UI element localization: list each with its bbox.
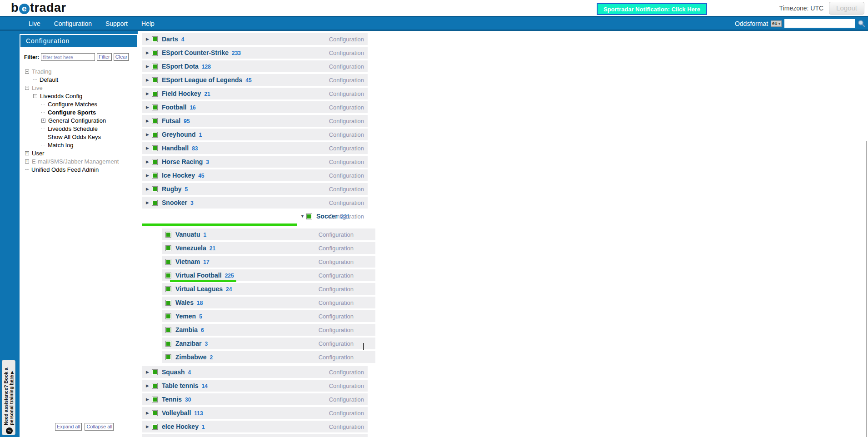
search-icon[interactable] <box>858 20 865 27</box>
nav-item-configuration[interactable]: Configuration <box>54 20 92 27</box>
country-name-link[interactable]: Zambia <box>175 326 198 333</box>
enabled-checkbox-icon[interactable] <box>152 186 158 192</box>
tree-item-label[interactable]: Trading <box>32 68 52 75</box>
sport-name-link[interactable]: ESport League of Legends <box>162 76 242 84</box>
configuration-link[interactable]: Configuration <box>319 340 354 347</box>
configuration-link[interactable]: Configuration <box>329 159 364 165</box>
configuration-link[interactable]: Configuration <box>319 245 354 252</box>
country-name-link[interactable]: Vietnam <box>175 258 200 265</box>
country-name-link[interactable]: Yemen <box>175 313 196 320</box>
sport-name-link[interactable]: Greyhound <box>162 131 196 138</box>
country-name-link[interactable]: Virtual Football <box>175 272 222 279</box>
sport-name-link[interactable]: Field Hockey <box>162 90 201 97</box>
configuration-link[interactable]: Configuration <box>319 313 354 320</box>
enabled-checkbox-icon[interactable] <box>165 354 171 360</box>
enabled-checkbox-icon[interactable] <box>152 118 158 124</box>
nav-item-help[interactable]: Help <box>141 20 155 27</box>
enabled-checkbox-icon[interactable] <box>152 383 158 389</box>
oddsformat-select[interactable]: eu ▾ <box>771 20 782 27</box>
configuration-link[interactable]: Configuration <box>329 172 364 179</box>
collapse-all-button[interactable]: Collapse all <box>85 423 114 431</box>
list-scrollbar-thumb[interactable] <box>363 343 364 350</box>
tree-item-label[interactable]: E-mail/SMS/Jabber Management <box>32 158 119 165</box>
expand-caret-icon[interactable]: ▶ <box>146 132 152 137</box>
tree-item-label[interactable]: Show All Odds Keys <box>48 134 101 140</box>
enabled-checkbox-icon[interactable] <box>152 50 158 56</box>
expand-caret-icon[interactable]: ▶ <box>146 78 152 82</box>
tree-item-configure-matches[interactable]: Configure Matches <box>24 100 134 108</box>
configuration-link[interactable]: Configuration <box>319 299 354 306</box>
expand-caret-icon[interactable]: ▶ <box>146 424 152 429</box>
tree-item-match-log[interactable]: Match log <box>24 141 134 149</box>
expand-caret-icon[interactable]: ▶ <box>146 187 152 191</box>
configuration-link[interactable]: Configuration <box>329 50 364 56</box>
tree-item-label[interactable]: Liveodds Schedule <box>48 125 98 132</box>
tree-item-liveodds-schedule[interactable]: Liveodds Schedule <box>24 124 134 133</box>
betradar-logo[interactable]: betradar <box>11 1 66 15</box>
tree-item-live[interactable]: −Live <box>24 84 134 92</box>
nav-item-live[interactable]: Live <box>29 20 40 27</box>
configuration-link[interactable]: Configuration <box>329 410 364 417</box>
sport-name-link[interactable]: Ice Hockey <box>162 172 195 179</box>
tree-item-liveodds-config[interactable]: −Liveodds Config <box>24 92 134 100</box>
enabled-checkbox-icon[interactable] <box>152 424 158 430</box>
configuration-link[interactable]: Configuration <box>329 396 364 403</box>
tree-item-configure-sports[interactable]: Configure Sports <box>24 108 134 116</box>
tree-item-label[interactable]: Configure Matches <box>48 101 97 108</box>
configuration-link[interactable]: Configuration <box>319 272 354 279</box>
sport-name-link[interactable]: Tennis <box>162 396 182 403</box>
configuration-link[interactable]: Configuration <box>319 231 354 238</box>
collapse-caret-icon[interactable]: ▼ <box>300 214 306 218</box>
sport-name-link[interactable]: Volleyball <box>162 409 191 417</box>
tree-item-trading[interactable]: −Trading <box>24 67 134 75</box>
sport-name-link[interactable]: Darts <box>162 35 178 43</box>
sport-name-link[interactable]: Handball <box>162 144 189 152</box>
configuration-link[interactable]: Configuration <box>319 327 354 333</box>
configuration-link[interactable]: Configuration <box>329 104 364 111</box>
sport-name-link[interactable]: Rugby <box>162 185 182 193</box>
enabled-checkbox-icon[interactable] <box>152 159 158 165</box>
enabled-checkbox-icon[interactable] <box>165 300 171 306</box>
tree-item-label[interactable]: Match log <box>48 142 73 149</box>
enabled-checkbox-icon[interactable] <box>152 410 158 416</box>
tree-item-label[interactable]: Default <box>40 76 58 83</box>
enabled-checkbox-icon[interactable] <box>306 214 312 219</box>
assistance-tab[interactable]: i Need assistance? Book a personal train… <box>2 360 15 435</box>
configuration-link[interactable]: Configuration <box>329 199 364 206</box>
tree-item-user[interactable]: +User <box>24 149 134 157</box>
enabled-checkbox-icon[interactable] <box>165 286 171 292</box>
country-name-link[interactable]: Virtual Leagues <box>175 285 223 293</box>
tree-item-label[interactable]: General Configuration <box>48 117 106 124</box>
enabled-checkbox-icon[interactable] <box>165 232 171 238</box>
sport-name-link[interactable]: Table tennis <box>162 382 199 389</box>
enabled-checkbox-icon[interactable] <box>152 91 158 97</box>
enabled-checkbox-icon[interactable] <box>152 173 158 179</box>
sport-name-link[interactable]: ESport Dota <box>162 63 199 70</box>
expand-all-button[interactable]: Expand all <box>55 423 82 431</box>
enabled-checkbox-icon[interactable] <box>152 145 158 151</box>
country-name-link[interactable]: Wales <box>175 299 194 306</box>
enabled-checkbox-icon[interactable] <box>165 327 171 333</box>
tree-item-label[interactable]: Configure Sports <box>48 109 96 116</box>
enabled-checkbox-icon[interactable] <box>152 200 158 206</box>
tree-item-unified-odds-feed-admin[interactable]: Unified Odds Feed Admin <box>24 165 134 174</box>
configuration-link[interactable]: Configuration <box>319 286 354 293</box>
configuration-link[interactable]: Configuration <box>329 423 364 430</box>
configuration-link[interactable]: Configuration <box>329 382 364 389</box>
search-input[interactable] <box>784 19 855 28</box>
expand-toggle-icon[interactable]: + <box>25 151 29 155</box>
configuration-link[interactable]: Configuration <box>329 131 364 138</box>
tree-item-label[interactable]: Unified Odds Feed Admin <box>31 166 99 173</box>
filter-button[interactable]: Filter <box>97 53 111 61</box>
enabled-checkbox-icon[interactable] <box>165 273 171 278</box>
enabled-checkbox-icon[interactable] <box>152 36 158 42</box>
enabled-checkbox-icon[interactable] <box>165 313 171 319</box>
enabled-checkbox-icon[interactable] <box>152 64 158 70</box>
info-icon[interactable]: i <box>6 427 13 434</box>
configuration-link[interactable]: Configuration <box>329 36 364 43</box>
expand-toggle-icon[interactable]: + <box>25 159 29 164</box>
sport-name-link[interactable]: Horse Racing <box>162 158 203 165</box>
collapse-toggle-icon[interactable]: − <box>25 86 29 90</box>
country-name-link[interactable]: Zimbabwe <box>175 353 206 361</box>
configuration-link[interactable]: Configuration <box>329 118 364 124</box>
